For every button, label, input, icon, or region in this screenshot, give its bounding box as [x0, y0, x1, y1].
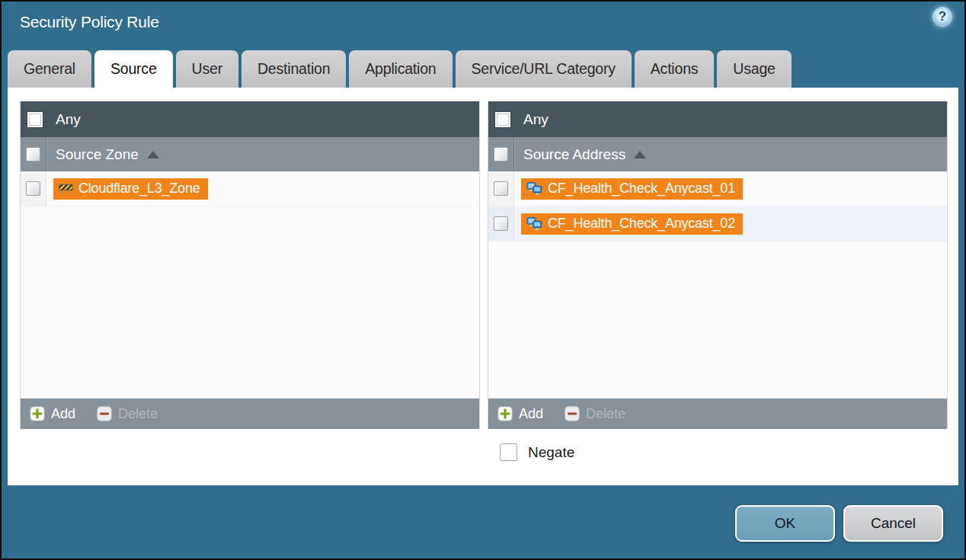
tab-actions[interactable]: Actions [635, 50, 715, 88]
tab-source[interactable]: Source [94, 50, 173, 88]
address-entry-label: CF_Health_Check_Anycast_02 [548, 216, 735, 232]
source-tab-content: Any Source Zone [8, 88, 958, 485]
address-entry-chip[interactable]: CF_Health_Check_Anycast_01 [521, 178, 743, 200]
address-icon [526, 182, 542, 195]
source-zone-any-label: Any [56, 111, 81, 128]
security-policy-rule-dialog: Security Policy Rule ? General Source Us… [0, 0, 966, 560]
source-zone-select-all-checkbox[interactable] [26, 147, 40, 162]
tab-destination[interactable]: Destination [242, 50, 346, 88]
source-address-rows: CF_Health_Check_Anycast_01 [488, 171, 947, 398]
tab-bar: General Source User Destination Applicat… [2, 50, 964, 88]
delete-button[interactable]: Delete [97, 406, 158, 422]
source-address-footer: Add Delete [488, 398, 947, 429]
source-zone-footer: Add Delete [21, 398, 479, 429]
panels: Any Source Zone [20, 101, 958, 429]
tab-usage[interactable]: Usage [717, 50, 791, 88]
row-checkbox-cell [488, 171, 514, 206]
zone-entry-label: Cloudflare_L3_Zone [78, 181, 200, 197]
source-zone-any-header: Any [21, 101, 479, 137]
tab-user[interactable]: User [176, 50, 238, 88]
row-checkbox[interactable] [494, 216, 508, 231]
delete-minus-icon [565, 406, 580, 421]
table-row: Cloudflare_L3_Zone [21, 171, 479, 206]
add-button-label: Add [51, 406, 75, 422]
source-zone-column-header[interactable]: Source Zone [21, 137, 479, 171]
titlebar: Security Policy Rule ? [2, 2, 964, 50]
source-address-panel: Any Source Address [488, 101, 948, 429]
source-zone-rows: Cloudflare_L3_Zone [21, 171, 479, 398]
source-address-select-all-checkbox[interactable] [494, 147, 508, 162]
address-entry-chip[interactable]: CF_Health_Check_Anycast_02 [521, 213, 743, 235]
row-content: Cloudflare_L3_Zone [46, 171, 479, 206]
source-address-select-all-cell [488, 137, 514, 171]
add-button[interactable]: Add [30, 406, 75, 422]
negate-checkbox[interactable] [500, 443, 517, 461]
row-content: CF_Health_Check_Anycast_01 [514, 171, 947, 206]
add-button-label: Add [519, 406, 543, 422]
source-address-column-header[interactable]: Source Address [488, 137, 947, 171]
delete-button[interactable]: Delete [565, 406, 625, 422]
tab-service-url-category[interactable]: Service/URL Category [456, 50, 632, 88]
add-plus-icon [30, 406, 45, 421]
source-address-any-checkbox[interactable] [494, 111, 511, 128]
delete-button-label: Delete [118, 406, 158, 422]
delete-button-label: Delete [586, 406, 625, 422]
ok-button[interactable]: OK [735, 505, 835, 542]
address-icon [526, 217, 542, 230]
sort-ascending-icon [634, 151, 646, 158]
table-row: CF_Health_Check_Anycast_01 [488, 171, 947, 206]
source-address-any-header: Any [488, 101, 947, 137]
help-question-icon[interactable]: ? [932, 7, 952, 27]
source-address-column-label: Source Address [523, 146, 625, 163]
source-address-sort-header[interactable]: Source Address [514, 137, 646, 171]
add-button[interactable]: Add [497, 406, 543, 422]
negate-label: Negate [528, 444, 574, 461]
add-plus-icon [497, 406, 513, 421]
source-zone-panel: Any Source Zone [20, 101, 480, 429]
tab-application[interactable]: Application [349, 50, 452, 88]
row-checkbox-cell [488, 206, 514, 242]
address-entry-label: CF_Health_Check_Anycast_01 [548, 181, 735, 197]
cancel-button[interactable]: Cancel [843, 505, 943, 542]
source-zone-select-all-cell [21, 137, 46, 171]
source-zone-any-checkbox[interactable] [27, 111, 43, 128]
sort-ascending-icon [147, 151, 159, 158]
row-content: CF_Health_Check_Anycast_02 [514, 206, 947, 242]
dialog-title: Security Policy Rule [20, 13, 159, 31]
source-zone-sort-header[interactable]: Source Zone [46, 137, 159, 171]
row-checkbox[interactable] [494, 181, 508, 196]
tab-general[interactable]: General [8, 50, 91, 88]
table-row: CF_Health_Check_Anycast_02 [488, 206, 947, 242]
negate-row: Negate [500, 443, 958, 461]
delete-minus-icon [97, 406, 112, 421]
row-checkbox-cell [21, 171, 46, 206]
source-address-any-label: Any [523, 111, 549, 128]
zone-entry-chip[interactable]: Cloudflare_L3_Zone [53, 178, 208, 200]
zone-icon [59, 182, 73, 194]
source-zone-column-label: Source Zone [56, 146, 139, 163]
row-checkbox[interactable] [26, 181, 40, 196]
dialog-footer: OK Cancel [2, 485, 964, 542]
